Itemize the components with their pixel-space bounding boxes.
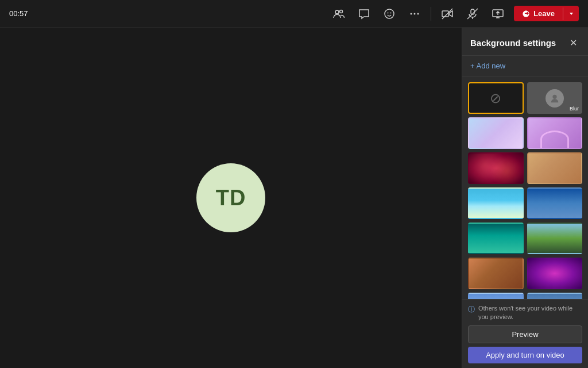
avatar-initials: TD bbox=[216, 186, 246, 210]
video-off-icon[interactable] bbox=[438, 5, 457, 23]
preview-button[interactable]: Preview bbox=[468, 325, 582, 343]
svg-point-1 bbox=[340, 10, 343, 13]
background-mountain[interactable] bbox=[527, 223, 583, 254]
svg-point-4 bbox=[390, 12, 392, 13]
background-none[interactable]: ⊘ bbox=[468, 82, 524, 114]
background-purple-ice[interactable] bbox=[468, 117, 524, 149]
main-content: TD Background settings ✕ + Add new ⊘ bbox=[0, 28, 588, 368]
add-new-button[interactable]: + Add new bbox=[462, 56, 588, 76]
more-options-icon[interactable] bbox=[405, 5, 424, 23]
leave-button-main[interactable]: Leave bbox=[514, 6, 563, 21]
blur-avatar bbox=[546, 89, 564, 108]
leave-dropdown-arrow[interactable] bbox=[563, 7, 579, 20]
call-timer: 00:57 bbox=[9, 9, 28, 18]
panel-footer: ⓘ Others won't see your video while you … bbox=[462, 299, 588, 368]
svg-point-6 bbox=[414, 13, 416, 14]
mic-off-icon[interactable] bbox=[463, 5, 482, 23]
arch-shape bbox=[540, 131, 569, 148]
info-icon: ⓘ bbox=[468, 305, 475, 315]
topbar-controls: Leave bbox=[330, 5, 579, 23]
svg-point-2 bbox=[385, 9, 394, 18]
avatar: TD bbox=[196, 163, 265, 232]
people-icon[interactable] bbox=[330, 5, 348, 23]
background-blur[interactable]: Blur bbox=[527, 82, 583, 114]
background-tropical[interactable] bbox=[468, 187, 524, 219]
separator bbox=[431, 7, 431, 21]
panel-title: Background settings bbox=[470, 38, 556, 48]
backgrounds-grid: ⊘ Blur bbox=[462, 76, 588, 299]
add-new-label: + Add new bbox=[470, 62, 505, 70]
background-blue-city[interactable] bbox=[527, 187, 583, 219]
react-icon[interactable] bbox=[380, 5, 399, 23]
background-blue-sky[interactable] bbox=[468, 293, 524, 299]
svg-line-9 bbox=[442, 9, 452, 19]
svg-point-5 bbox=[411, 13, 412, 14]
background-red-particles[interactable] bbox=[468, 152, 524, 184]
video-area: TD bbox=[0, 28, 462, 368]
panel-header: Background settings ✕ bbox=[462, 28, 588, 56]
preview-notice-text: Others won't see your video while you pr… bbox=[478, 304, 582, 321]
topbar: 00:57 bbox=[0, 0, 588, 28]
close-button[interactable]: ✕ bbox=[566, 36, 580, 49]
preview-notice: ⓘ Others won't see your video while you … bbox=[468, 304, 582, 321]
background-pink-galaxy[interactable] bbox=[527, 258, 583, 289]
none-icon: ⊘ bbox=[469, 83, 523, 113]
share-screen-icon[interactable] bbox=[489, 5, 507, 23]
background-blue-clouds[interactable] bbox=[527, 293, 583, 299]
background-warm-room[interactable] bbox=[527, 152, 583, 184]
leave-label: Leave bbox=[533, 9, 555, 18]
background-canyon[interactable] bbox=[468, 258, 524, 289]
svg-point-14 bbox=[552, 94, 556, 98]
svg-point-0 bbox=[335, 10, 339, 14]
background-settings-panel: Background settings ✕ + Add new ⊘ bbox=[462, 28, 588, 368]
background-purple-arch[interactable] bbox=[527, 117, 583, 149]
svg-point-7 bbox=[417, 13, 419, 14]
blur-label: Blur bbox=[570, 106, 579, 112]
apply-button[interactable]: Apply and turn on video bbox=[468, 347, 582, 363]
chat-icon[interactable] bbox=[355, 5, 373, 23]
leave-button[interactable]: Leave bbox=[514, 6, 579, 21]
background-teal-concert[interactable] bbox=[468, 223, 524, 254]
svg-point-3 bbox=[388, 12, 389, 13]
